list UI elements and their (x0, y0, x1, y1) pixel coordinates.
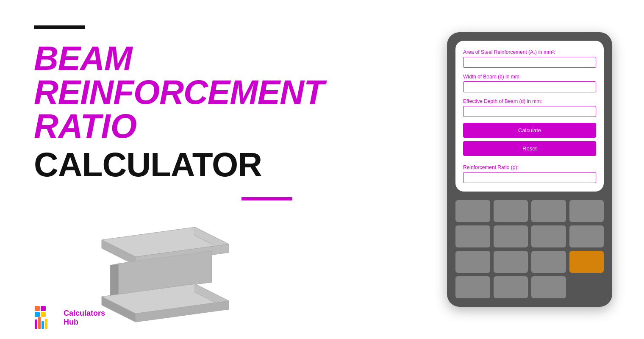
result-input[interactable] (463, 172, 596, 183)
logo-icon (34, 305, 59, 331)
depth-label: Effective Depth of Beam (d) in mm: (463, 98, 596, 104)
depth-input[interactable] (463, 106, 596, 117)
key-1[interactable] (455, 200, 490, 222)
logo: Calculators Hub (34, 305, 105, 331)
svg-rect-11 (35, 306, 40, 311)
keypad (455, 200, 604, 298)
right-section: Area of Steel Reinforcement (Aₛ) in mm²:… (441, 0, 644, 339)
area-input[interactable] (463, 57, 596, 68)
key-11[interactable] (531, 251, 566, 273)
key-3[interactable] (531, 200, 566, 222)
result-label: Reinforcement Ratio (ρ): (463, 164, 596, 170)
key-8[interactable] (569, 225, 604, 247)
calculate-button[interactable]: Calculate (463, 123, 596, 138)
reset-button[interactable]: Reset (463, 141, 596, 156)
page-wrapper: BEAM REINFORCEMENT RATIO CALCULATOR (0, 0, 644, 339)
calculator: Area of Steel Reinforcement (Aₛ) in mm²:… (447, 32, 612, 307)
logo-text: Calculators Hub (64, 309, 105, 327)
svg-rect-14 (41, 312, 46, 317)
svg-rect-17 (42, 321, 44, 329)
left-section: BEAM REINFORCEMENT RATIO CALCULATOR (0, 0, 441, 339)
field-group-depth: Effective Depth of Beam (d) in mm: (463, 98, 596, 117)
key-4[interactable] (569, 200, 604, 222)
title-line2: RATIO (34, 109, 415, 143)
area-label: Area of Steel Reinforcement (Aₛ) in mm²: (463, 49, 596, 55)
key-5[interactable] (455, 225, 490, 247)
key-10[interactable] (494, 251, 528, 273)
key-13[interactable] (494, 276, 528, 298)
top-decorative-bar (34, 25, 85, 29)
field-group-area: Area of Steel Reinforcement (Aₛ) in mm²: (463, 49, 596, 68)
width-label: Width of Beam (b) in mm: (463, 74, 596, 80)
key-12[interactable] (455, 276, 490, 298)
key-7[interactable] (531, 225, 566, 247)
title-line3: CALCULATOR (34, 145, 415, 184)
logo-sub: Hub (64, 318, 105, 327)
key-6[interactable] (494, 225, 528, 247)
svg-rect-15 (35, 320, 37, 329)
key-2[interactable] (494, 200, 528, 222)
key-9[interactable] (455, 251, 490, 273)
calculator-screen: Area of Steel Reinforcement (Aₛ) in mm²:… (455, 41, 604, 192)
mid-decorative-bar (242, 197, 292, 200)
logo-brand: Calculators (64, 309, 105, 318)
svg-rect-18 (45, 319, 47, 329)
key-14[interactable] (531, 276, 566, 298)
key-orange-tall[interactable] (569, 251, 604, 273)
main-title: BEAM REINFORCEMENT RATIO CALCULATOR (34, 42, 415, 184)
svg-rect-13 (35, 312, 40, 317)
svg-rect-16 (38, 317, 41, 329)
field-group-width: Width of Beam (b) in mm: (463, 74, 596, 92)
title-line1: BEAM REINFORCEMENT (34, 42, 415, 109)
svg-rect-12 (41, 306, 46, 311)
width-input[interactable] (463, 81, 596, 92)
svg-marker-4 (110, 264, 119, 297)
